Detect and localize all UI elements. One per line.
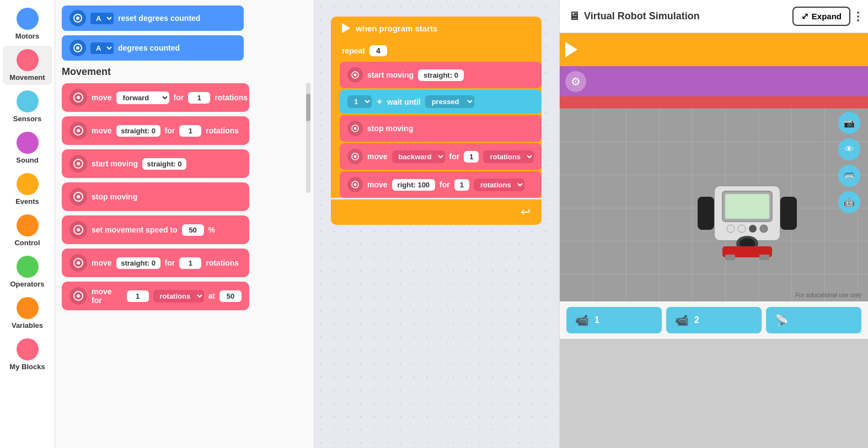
- move-label-3: move: [92, 258, 112, 267]
- sidebar-label-variables: Variables: [12, 321, 43, 330]
- wait-state-select[interactable]: pressedreleased: [425, 95, 474, 108]
- sidebar-item-operators[interactable]: Operators: [3, 252, 52, 292]
- value-input-2[interactable]: [179, 125, 201, 137]
- canvas-stop-icon: [347, 121, 363, 136]
- speed-block-icon: [69, 221, 87, 239]
- sidebar-item-control[interactable]: Control: [3, 211, 52, 250]
- value-input-1[interactable]: [188, 92, 210, 104]
- play-icon: [342, 23, 350, 33]
- svg-point-1: [76, 17, 79, 20]
- svg-point-13: [77, 228, 80, 231]
- sim-person-btn[interactable]: 🤖: [838, 191, 860, 213]
- sim-top-bar: [560, 33, 868, 66]
- robot-simulation-area: ⚙: [560, 33, 868, 448]
- straight-input-2[interactable]: [116, 257, 160, 269]
- expand-icon: ⤢: [801, 11, 808, 21]
- svg-point-29: [727, 225, 735, 233]
- sim-camera-btn[interactable]: 📷: [838, 112, 860, 134]
- repeat-bottom: ↩: [331, 199, 542, 225]
- rotations-label-3: rotations: [206, 258, 239, 267]
- svg-rect-28: [725, 194, 769, 219]
- dot-3: [857, 19, 859, 21]
- svg-rect-38: [725, 255, 735, 260]
- canvas-move-label-2: move: [367, 180, 388, 189]
- sim-right-buttons: 📷 👁 🥽 🤖: [838, 112, 860, 213]
- canvas-stop-moving-block[interactable]: stop moving: [340, 115, 542, 142]
- move-for-block[interactable]: move for rotationssecondsdegrees at: [62, 282, 249, 310]
- stop-block-icon: [69, 188, 87, 206]
- canvas-start-value: straight: 0: [418, 69, 464, 81]
- canvas-move-right-block[interactable]: move right: 100 for 1 rotationssecondsde…: [340, 171, 542, 198]
- straight-input-1[interactable]: [116, 125, 160, 137]
- repeat-block[interactable]: repeat 4: [331, 40, 542, 62]
- repeat-body: start moving straight: 0 123 ✦ wait unti…: [331, 62, 542, 198]
- sim-glasses-btn[interactable]: 🥽: [838, 165, 860, 187]
- move-block-icon-3: [69, 254, 87, 272]
- sidebar-item-myblocks[interactable]: My Blocks: [3, 335, 52, 374]
- sidebar-label-control: Control: [14, 239, 40, 247]
- program-container: when program starts repeat 4 start movin…: [331, 17, 542, 225]
- reset-degrees-label: reset degrees counted: [118, 14, 200, 23]
- wait-icon: ✦: [376, 98, 383, 106]
- sidebar-item-sensors[interactable]: Sensors: [3, 87, 52, 126]
- expand-button[interactable]: ⤢ Expand: [792, 7, 850, 26]
- motor-port-select-1[interactable]: ABC: [90, 13, 114, 24]
- camera-1-button[interactable]: 📹 1: [566, 307, 662, 333]
- canvas-unit-select-1[interactable]: rotationssecondsdegrees: [483, 150, 534, 163]
- canvas-move-value-2: 1: [454, 179, 469, 191]
- radio-button[interactable]: 📡: [766, 307, 861, 333]
- dot-2: [857, 15, 859, 18]
- move-for-value[interactable]: [127, 290, 149, 302]
- canvas-direction-select-1[interactable]: backwardforward: [392, 150, 445, 163]
- set-speed-block[interactable]: set movement speed to %: [62, 215, 249, 244]
- sidebar-label-sound: Sound: [16, 156, 38, 164]
- scrollbar-thumb[interactable]: [306, 94, 310, 121]
- sidebar-item-motors[interactable]: Motors: [3, 4, 52, 44]
- when-program-starts-block[interactable]: when program starts: [331, 17, 542, 40]
- start-straight-input[interactable]: [142, 158, 186, 170]
- set-speed-label: set movement speed to: [92, 225, 178, 234]
- motor-port-select-2[interactable]: ABC: [90, 42, 114, 54]
- rotations-label-1: rotations: [215, 93, 248, 102]
- wait-port-select[interactable]: 123: [347, 95, 372, 108]
- menu-dots-icon[interactable]: [857, 12, 859, 21]
- svg-point-5: [77, 96, 80, 99]
- speed-value-input[interactable]: [182, 224, 204, 236]
- wait-until-label: wait until: [387, 98, 421, 106]
- sidebar-item-events[interactable]: Events: [3, 170, 52, 209]
- move-straight-block-2[interactable]: move for rotations: [62, 249, 249, 277]
- sim-view-btn[interactable]: 👁: [838, 138, 860, 160]
- move-forward-block[interactable]: move forwardbackward for rotations: [62, 83, 249, 112]
- svg-point-7: [77, 129, 80, 132]
- sidebar-item-variables[interactable]: Variables: [3, 294, 52, 333]
- loop-arrow-icon: ↩: [521, 205, 531, 219]
- sidebar-label-movement: Movement: [9, 73, 45, 82]
- motor-block-icon: [69, 10, 86, 26]
- sidebar-item-sound[interactable]: Sound: [3, 128, 52, 168]
- camera-1-icon: 📹: [575, 314, 589, 327]
- sidebar-item-movement[interactable]: Movement: [3, 46, 52, 85]
- move-at-speed[interactable]: [219, 290, 242, 302]
- value-input-3[interactable]: [179, 257, 201, 269]
- dot-1: [857, 12, 859, 14]
- sidebar-label-myblocks: My Blocks: [9, 363, 45, 371]
- direction-select-1[interactable]: forwardbackward: [116, 91, 169, 104]
- stop-moving-block[interactable]: stop moving: [62, 182, 249, 211]
- start-moving-block[interactable]: start moving: [62, 149, 249, 178]
- camera-2-button[interactable]: 📹 2: [666, 307, 762, 333]
- start-block-icon: [69, 155, 87, 172]
- canvas-start-moving-block[interactable]: start moving straight: 0: [340, 62, 542, 88]
- move-for-unit-select[interactable]: rotationssecondsdegrees: [153, 290, 204, 303]
- degrees-counted-block[interactable]: ABC degrees counted: [62, 35, 244, 61]
- reset-degrees-block[interactable]: ABC reset degrees counted: [62, 6, 244, 31]
- degrees-counted-label: degrees counted: [118, 44, 180, 52]
- canvas-wait-block[interactable]: 123 ✦ wait until pressedreleased: [340, 90, 542, 114]
- monitor-icon: 🖥: [569, 10, 580, 23]
- move-straight-block[interactable]: move for rotations: [62, 116, 249, 145]
- canvas-move-backward-block[interactable]: move backwardforward for 1 rotationsseco…: [340, 143, 542, 170]
- canvas-unit-select-2[interactable]: rotationssecondsdegrees: [474, 179, 524, 191]
- robot-title-text: Virtual Robot Simulation: [584, 10, 700, 22]
- svg-point-21: [354, 127, 357, 130]
- start-moving-label: start moving: [92, 159, 138, 168]
- canvas-right-icon: [347, 177, 363, 192]
